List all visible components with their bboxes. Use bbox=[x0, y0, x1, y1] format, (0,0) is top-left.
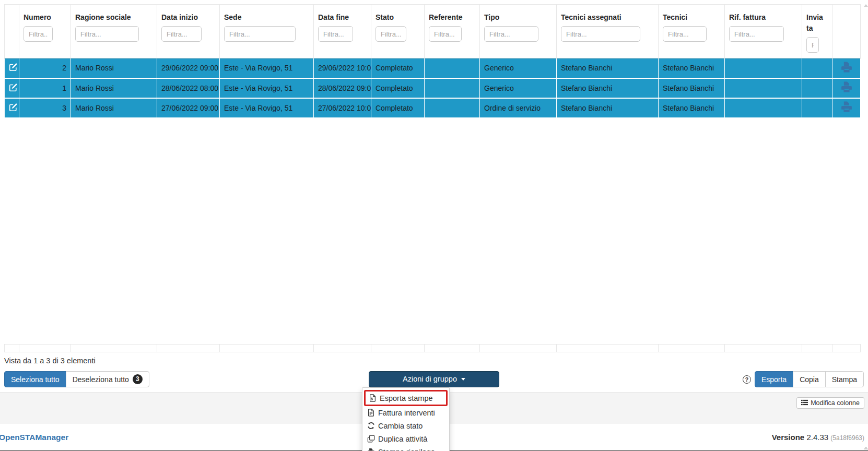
filter-tecnici-input[interactable] bbox=[663, 26, 707, 42]
cell-stato[interactable]: Completato bbox=[371, 78, 425, 98]
cell-stato[interactable]: Completato bbox=[371, 98, 425, 118]
filter-numero-input[interactable] bbox=[24, 26, 53, 42]
edit-row-icon[interactable] bbox=[9, 65, 18, 73]
cell-ragione-sociale[interactable]: Mario Rossi bbox=[71, 98, 157, 118]
cell-data-fine[interactable]: 28/06/2022 09:00 bbox=[314, 78, 371, 98]
table-row[interactable]: 2 Mario Rossi 29/06/2022 09:00 Este - Vi… bbox=[5, 58, 861, 78]
deselect-all-button[interactable]: Deseleziona tutto 3 bbox=[66, 371, 149, 387]
menu-item-duplica-attivita[interactable]: Duplica attività bbox=[362, 432, 449, 445]
header-numero[interactable]: Numero bbox=[19, 5, 71, 58]
filter-tecnici-assegnati-input[interactable] bbox=[561, 26, 640, 42]
header-referente[interactable]: Referente bbox=[425, 5, 480, 58]
row-select-cell[interactable] bbox=[5, 98, 19, 118]
select-all-button[interactable]: Seleziona tutto bbox=[4, 371, 66, 387]
header-data-fine[interactable]: Data fine bbox=[314, 5, 371, 58]
filter-ragione-sociale-input[interactable] bbox=[75, 26, 139, 42]
edit-columns-button[interactable]: Modifica colonne bbox=[796, 397, 864, 409]
column-label[interactable]: Rif. fattura bbox=[729, 12, 797, 23]
brand-link[interactable]: OpenSTAManager bbox=[0, 433, 68, 442]
cell-numero[interactable]: 1 bbox=[19, 78, 71, 98]
print-row-icon[interactable] bbox=[840, 67, 853, 75]
column-label[interactable]: Inviata bbox=[806, 12, 824, 34]
cell-data-inizio[interactable]: 27/06/2022 09:00 bbox=[157, 98, 220, 118]
row-print-cell[interactable] bbox=[832, 98, 861, 118]
column-label[interactable]: Ragione sociale bbox=[75, 12, 153, 23]
cell-inviata[interactable] bbox=[802, 78, 832, 98]
cell-tecnici[interactable]: Stefano Bianchi bbox=[659, 58, 725, 78]
filter-rif-fattura-input[interactable] bbox=[729, 26, 784, 42]
column-label[interactable]: Tecnici bbox=[663, 12, 720, 23]
column-label[interactable]: Numero bbox=[24, 12, 66, 23]
menu-item-fattura-interventi[interactable]: Fattura interventi bbox=[362, 406, 449, 419]
print-button[interactable]: Stampa bbox=[825, 371, 864, 387]
print-row-icon[interactable] bbox=[840, 106, 853, 115]
column-label[interactable]: Tecnici assegnati bbox=[561, 12, 654, 23]
header-tecnici[interactable]: Tecnici bbox=[659, 5, 725, 58]
cell-ragione-sociale[interactable]: Mario Rossi bbox=[71, 58, 157, 78]
cell-tipo[interactable]: Ordine di servizio bbox=[480, 98, 557, 118]
cell-inviata[interactable] bbox=[802, 98, 832, 118]
cell-referente[interactable] bbox=[425, 78, 480, 98]
cell-tecnici-assegnati[interactable]: Stefano Bianchi bbox=[557, 78, 659, 98]
filter-data-fine-input[interactable] bbox=[318, 26, 353, 42]
print-row-icon[interactable] bbox=[840, 87, 853, 95]
copy-button[interactable]: Copia bbox=[793, 371, 826, 387]
cell-tecnici-assegnati[interactable]: Stefano Bianchi bbox=[557, 98, 659, 118]
filter-data-inizio-input[interactable] bbox=[161, 26, 202, 42]
cell-tecnici-assegnati[interactable]: Stefano Bianchi bbox=[557, 58, 659, 78]
cell-data-fine[interactable]: 29/06/2022 10:00 bbox=[314, 58, 371, 78]
row-print-cell[interactable] bbox=[832, 78, 861, 98]
filter-stato-input[interactable] bbox=[376, 26, 406, 42]
cell-rif-fattura[interactable] bbox=[725, 78, 802, 98]
sort-caret-icon[interactable] bbox=[864, 447, 868, 449]
cell-referente[interactable] bbox=[425, 58, 480, 78]
filter-inviata-input[interactable] bbox=[806, 37, 819, 53]
row-print-cell[interactable] bbox=[832, 58, 861, 78]
cell-inviata[interactable] bbox=[802, 58, 832, 78]
header-stato[interactable]: Stato bbox=[371, 5, 425, 58]
cell-ragione-sociale[interactable]: Mario Rossi bbox=[71, 78, 157, 98]
sort-caret-icon[interactable] bbox=[864, 4, 868, 7]
column-label[interactable]: Sede bbox=[224, 12, 309, 23]
cell-numero[interactable]: 3 bbox=[19, 98, 71, 118]
cell-data-inizio[interactable]: 29/06/2022 09:00 bbox=[157, 58, 220, 78]
cell-data-inizio[interactable]: 28/06/2022 08:00 bbox=[157, 78, 220, 98]
cell-sede[interactable]: Este - Via Rovigo, 51 bbox=[220, 78, 314, 98]
row-select-cell[interactable] bbox=[5, 78, 19, 98]
filter-tipo-input[interactable] bbox=[484, 26, 538, 42]
row-select-cell[interactable] bbox=[5, 58, 19, 78]
cell-sede[interactable]: Este - Via Rovigo, 51 bbox=[220, 98, 314, 118]
header-ragione-sociale[interactable]: Ragione sociale bbox=[71, 5, 157, 58]
column-label[interactable]: Data fine bbox=[318, 12, 367, 23]
cell-tecnici[interactable]: Stefano Bianchi bbox=[659, 98, 725, 118]
cell-data-fine[interactable]: 27/06/2022 10:00 bbox=[314, 98, 371, 118]
cell-rif-fattura[interactable] bbox=[725, 98, 802, 118]
header-data-inizio[interactable]: Data inizio bbox=[157, 5, 220, 58]
cell-numero[interactable]: 2 bbox=[19, 58, 71, 78]
cell-stato[interactable]: Completato bbox=[371, 58, 425, 78]
cell-tipo[interactable]: Generico bbox=[480, 78, 557, 98]
header-tipo[interactable]: Tipo bbox=[480, 5, 557, 58]
filter-referente-input[interactable] bbox=[429, 26, 462, 42]
cell-tipo[interactable]: Generico bbox=[480, 58, 557, 78]
table-row[interactable]: 1 Mario Rossi 28/06/2022 08:00 Este - Vi… bbox=[5, 78, 861, 98]
help-icon[interactable]: ? bbox=[743, 375, 751, 384]
menu-item-stampa-riepilogo[interactable]: Stampa riepilogo bbox=[362, 445, 449, 451]
edit-row-icon[interactable] bbox=[9, 85, 18, 93]
table-row[interactable]: 3 Mario Rossi 27/06/2022 09:00 Este - Vi… bbox=[5, 98, 861, 118]
edit-row-icon[interactable] bbox=[9, 105, 18, 113]
column-label[interactable]: Data inizio bbox=[161, 12, 215, 23]
header-sede[interactable]: Sede bbox=[220, 5, 314, 58]
column-label[interactable]: Referente bbox=[429, 12, 475, 23]
menu-item-esporta-stampe[interactable]: Esporta stampe bbox=[364, 390, 448, 406]
cell-sede[interactable]: Este - Via Rovigo, 51 bbox=[220, 58, 314, 78]
export-button[interactable]: Esporta bbox=[755, 371, 793, 387]
cell-tecnici[interactable]: Stefano Bianchi bbox=[659, 78, 725, 98]
column-label[interactable]: Stato bbox=[376, 12, 420, 23]
header-inviata[interactable]: Inviata bbox=[802, 5, 832, 58]
filter-sede-input[interactable] bbox=[224, 26, 296, 42]
column-label[interactable]: Tipo bbox=[484, 12, 552, 23]
menu-item-cambia-stato[interactable]: Cambia stato bbox=[362, 419, 449, 432]
cell-referente[interactable] bbox=[425, 98, 480, 118]
group-actions-button[interactable]: Azioni di gruppo bbox=[369, 371, 499, 387]
